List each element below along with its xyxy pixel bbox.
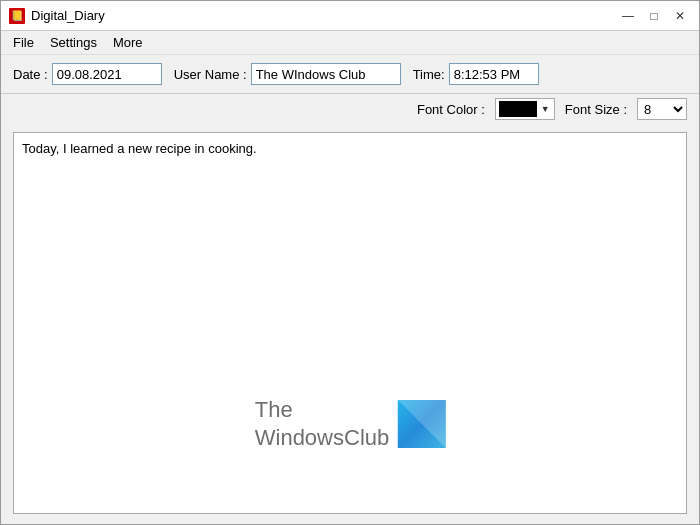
diary-editor[interactable]: Today, I learned a new recipe in cooking… xyxy=(14,133,686,513)
date-field-group: Date : xyxy=(13,63,162,85)
toolbar: Date : User Name : Time: xyxy=(1,55,699,94)
font-size-label: Font Size : xyxy=(565,102,627,117)
title-bar: 📒 Digital_Diary — □ ✕ xyxy=(1,1,699,31)
app-window: 📒 Digital_Diary — □ ✕ File Settings More… xyxy=(0,0,700,525)
color-dropdown-arrow: ▼ xyxy=(539,104,552,114)
time-label: Time: xyxy=(413,67,445,82)
menu-settings[interactable]: Settings xyxy=(42,32,105,53)
font-color-label: Font Color : xyxy=(417,102,485,117)
menu-bar: File Settings More xyxy=(1,31,699,55)
color-swatch xyxy=(499,101,537,117)
username-input[interactable] xyxy=(251,63,401,85)
maximize-button[interactable]: □ xyxy=(643,5,665,27)
close-button[interactable]: ✕ xyxy=(669,5,691,27)
window-controls: — □ ✕ xyxy=(617,5,691,27)
editor-area: Today, I learned a new recipe in cooking… xyxy=(13,132,687,514)
username-label: User Name : xyxy=(174,67,247,82)
font-size-select[interactable]: 8 9 10 11 12 14 16 xyxy=(637,98,687,120)
date-label: Date : xyxy=(13,67,48,82)
date-input[interactable] xyxy=(52,63,162,85)
title-bar-left: 📒 Digital_Diary xyxy=(9,8,105,24)
time-field-group: Time: xyxy=(413,63,539,85)
window-title: Digital_Diary xyxy=(31,8,105,23)
menu-more[interactable]: More xyxy=(105,32,151,53)
app-icon: 📒 xyxy=(9,8,25,24)
minimize-button[interactable]: — xyxy=(617,5,639,27)
username-field-group: User Name : xyxy=(174,63,401,85)
font-color-dropdown[interactable]: ▼ xyxy=(495,98,555,120)
time-input[interactable] xyxy=(449,63,539,85)
font-controls-row: Font Color : ▼ Font Size : 8 9 10 11 12 … xyxy=(1,94,699,126)
menu-file[interactable]: File xyxy=(5,32,42,53)
